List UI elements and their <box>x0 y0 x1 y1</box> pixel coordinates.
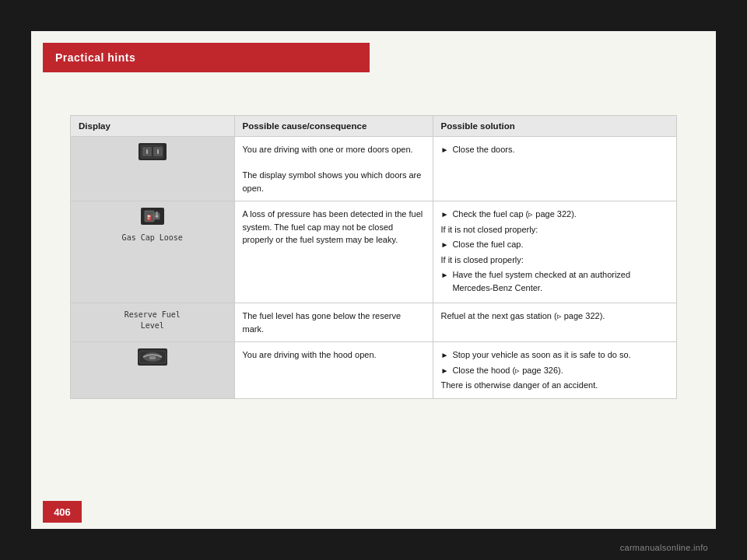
cause-cell-fuel: A loss of pressure has been detected in … <box>234 201 433 303</box>
col-cause: Possible cause/consequence <box>234 116 433 137</box>
cause-cell-reserve: The fuel level has gone below the reserv… <box>234 303 433 342</box>
arrow-icon: ► <box>441 239 449 250</box>
solution-item: ► Close the fuel cap. <box>441 238 669 251</box>
solution-item: ► Stop your vehicle as soon as it is saf… <box>441 348 669 362</box>
display-cell-hood <box>71 342 234 398</box>
arrow-icon: ► <box>441 269 449 281</box>
solution-text: Have the fuel system checked at an autho… <box>452 268 668 294</box>
arrow-icon: ► <box>441 349 449 361</box>
solution-text: Close the hood (▹ page 326). <box>452 364 563 377</box>
display-label-fuel: Gas Cap Loose <box>79 232 226 243</box>
arrow-icon: ► <box>441 208 449 220</box>
solution-text: Check the fuel cap (▹ page 322). <box>452 208 576 221</box>
page-number: 406 <box>43 501 82 523</box>
table-header-row: Display Possible cause/consequence Possi… <box>71 116 676 137</box>
svg-rect-7 <box>156 212 158 215</box>
arrow-icon: ► <box>441 365 449 376</box>
hints-table: Display Possible cause/consequence Possi… <box>71 116 676 398</box>
arrow-icon: ► <box>441 144 449 156</box>
solution-cell-hood: ► Stop your vehicle as soon as it is saf… <box>433 342 676 398</box>
svg-point-8 <box>155 215 158 218</box>
main-table-container: Display Possible cause/consequence Possi… <box>70 115 677 399</box>
svg-rect-3 <box>146 149 148 154</box>
solution-text-label: If it is closed properly: <box>441 254 669 267</box>
cause-cell-hood: You are driving with the hood open. <box>234 342 433 398</box>
col-display: Display <box>71 116 234 137</box>
svg-rect-12 <box>149 356 156 359</box>
solution-item: ► Check the fuel cap (▹ page 322). <box>441 208 669 221</box>
door-icon <box>139 143 167 160</box>
display-cell-door <box>71 137 234 201</box>
solution-text: Refuel at the next gas station (▹ page 3… <box>441 311 605 320</box>
fuel-icon: ⛽ <box>141 208 164 225</box>
hood-icon <box>138 348 167 366</box>
solution-text: Close the doors. <box>452 143 514 156</box>
solution-text: Stop your vehicle as soon as it is safe … <box>452 348 630 362</box>
table-row: You are driving with the hood open. ► St… <box>71 342 676 398</box>
display-label-reserve: Reserve FuelLevel <box>79 310 226 331</box>
solution-danger-text: There is otherwise danger of an accident… <box>441 379 669 392</box>
solution-text: Close the fuel cap. <box>452 238 523 251</box>
cause-cell-door: You are driving with one or more doors o… <box>234 137 433 201</box>
solution-item: ► Have the fuel system checked at an aut… <box>441 268 669 294</box>
svg-text:⛽: ⛽ <box>146 214 153 221</box>
svg-rect-4 <box>157 149 159 154</box>
display-cell-reserve: Reserve FuelLevel <box>71 303 234 342</box>
solution-text-label: If it is not closed properly: <box>441 223 669 236</box>
col-solution: Possible solution <box>433 116 676 137</box>
table-row: You are driving with one or more doors o… <box>71 137 676 201</box>
table-row: Reserve FuelLevel The fuel level has gon… <box>71 303 676 342</box>
display-cell-fuel: ⛽ Gas Cap Loose <box>71 201 234 303</box>
page-title: Practical hints <box>55 51 135 64</box>
solution-cell-fuel: ► Check the fuel cap (▹ page 322). If it… <box>433 201 676 303</box>
solution-cell-reserve: Refuel at the next gas station (▹ page 3… <box>433 303 676 342</box>
solution-cell-door: ► Close the doors. <box>433 137 676 201</box>
watermark: carmanualsonline.info <box>620 543 708 552</box>
solution-item: ► Close the doors. <box>441 143 669 156</box>
solution-item: ► Close the hood (▹ page 326). <box>441 364 669 377</box>
header-bar: Practical hints <box>43 43 370 72</box>
table-row: ⛽ Gas Cap Loose A loss of pressure has b… <box>71 201 676 303</box>
